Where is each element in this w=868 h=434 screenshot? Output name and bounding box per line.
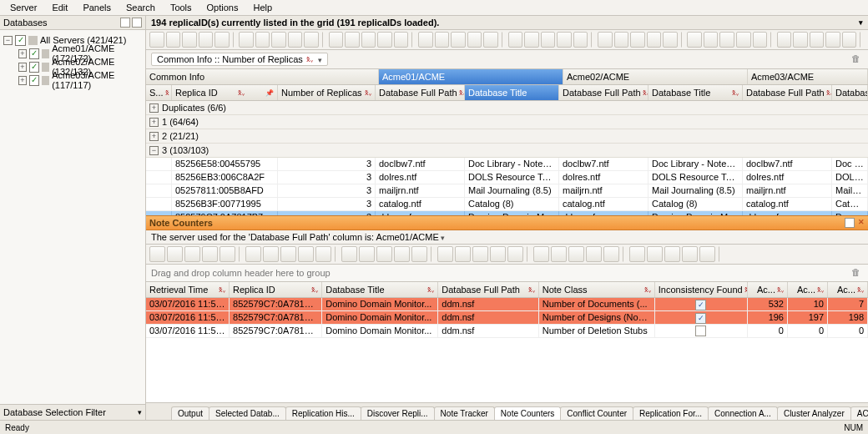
col-title-2[interactable]: Database Titlex̃ᵥ [648, 85, 743, 100]
toolbar-button[interactable] [329, 32, 344, 48]
filter-fx-icon[interactable]: x̃ᵥ [306, 56, 313, 63]
toolbar-button[interactable] [472, 246, 488, 262]
toolbar-button[interactable] [573, 32, 588, 48]
nc-server-link[interactable]: Acme01/ACME [376, 232, 445, 242]
toolbar-button[interactable] [630, 32, 645, 48]
trash-icon[interactable] [851, 267, 863, 279]
toolbar-button[interactable] [551, 246, 567, 262]
expand-icon[interactable]: + [149, 132, 159, 141]
toolbar-button[interactable] [507, 246, 523, 262]
toolbar-button[interactable] [682, 246, 698, 262]
toolbar-button[interactable] [455, 246, 471, 262]
nc-col-class[interactable]: Note Classx̃ᵥ [539, 282, 655, 297]
checkbox-icon[interactable]: ✓ [29, 48, 39, 59]
toolbar-button[interactable] [467, 32, 482, 48]
toolbar-button[interactable] [647, 246, 663, 262]
expand-icon[interactable]: + [18, 76, 27, 85]
band-acme02[interactable]: Acme02/ACME [563, 69, 748, 84]
nc-col-path[interactable]: Database Full Pathx̃ᵥ [438, 282, 538, 297]
toolbar-button[interactable] [418, 32, 433, 48]
toolbar-button[interactable] [149, 246, 165, 262]
table-row[interactable]: 85256E58:004557953doclbw7.ntfDoc Library… [146, 158, 868, 171]
note-counters-header[interactable]: Note Counters ✕ [146, 215, 868, 230]
toolbar-button[interactable] [199, 32, 214, 48]
expand-icon[interactable]: + [149, 103, 159, 113]
toolbar-button[interactable] [255, 32, 270, 48]
toolbar-button[interactable] [280, 246, 296, 262]
tab-discover-repli-[interactable]: Discover Repli... [361, 406, 435, 420]
menu-options[interactable]: Options [200, 2, 245, 13]
tab-replication-his-[interactable]: Replication His... [285, 406, 361, 420]
table-row[interactable]: 85256B3F:007719953catalog.ntfCatalog (8)… [146, 198, 868, 211]
table-row[interactable]: 03/07/2016 11:58:...852579C7:0A7817B7Dom… [146, 325, 868, 338]
toolbar-button[interactable] [304, 32, 319, 48]
trash-icon[interactable] [851, 53, 863, 65]
expand-icon[interactable]: + [18, 49, 27, 58]
col-fullpath-3[interactable]: Database Full Pathx̃ᵥ [743, 85, 832, 100]
database-selection-filter[interactable]: Database Selection Filter ▾ [0, 404, 145, 420]
toolbar-button[interactable] [647, 32, 662, 48]
toolbar-button[interactable] [753, 32, 768, 48]
toolbar-button[interactable] [411, 246, 427, 262]
menu-panels[interactable]: Panels [76, 2, 118, 13]
toolbar-button[interactable] [245, 246, 261, 262]
toolbar-button[interactable] [149, 32, 164, 48]
tab-selected-datab-[interactable]: Selected Datab... [209, 406, 286, 420]
expand-icon[interactable]: + [149, 118, 159, 127]
nc-close-icon[interactable]: ✕ [858, 218, 865, 228]
menu-edit[interactable]: Edit [45, 2, 74, 13]
toolbar-button[interactable] [298, 246, 314, 262]
toolbar-button[interactable] [777, 32, 792, 48]
grid-body[interactable]: +Duplicates (6/6)+1 (64/64)+2 (21/21)−3 … [146, 101, 868, 215]
toolbar-button[interactable] [167, 246, 183, 262]
pane-pin-icon[interactable] [120, 18, 130, 28]
tab-output[interactable]: Output [171, 406, 209, 420]
active-filter[interactable]: Common Info :: Number of Replicas x̃ᵥ [151, 53, 328, 66]
toolbar-button[interactable] [166, 32, 181, 48]
col-replicaid[interactable]: Replica IDx̃ᵥ📌 [172, 85, 278, 100]
nc-col-a[interactable]: Ac...x̃ᵥ [748, 282, 788, 297]
group-row[interactable]: −3 (103/103) [146, 144, 868, 158]
toolbar-button[interactable] [825, 32, 840, 48]
chevron-down-icon[interactable]: ▾ [859, 18, 863, 27]
server-tree[interactable]: − ✓ All Servers (421/421) + ✓ Acme01/ACM… [0, 30, 145, 404]
toolbar-button[interactable] [341, 246, 357, 262]
toolbar-button[interactable] [483, 32, 498, 48]
toolbar-button[interactable] [508, 32, 523, 48]
nc-pin-icon[interactable] [845, 218, 855, 228]
expand-icon[interactable]: + [18, 63, 27, 72]
table-row[interactable]: 03/07/2016 11:58:...852579C7:0A7817B7Dom… [146, 298, 868, 311]
toolbar-button[interactable] [263, 246, 279, 262]
pane-close-icon[interactable] [132, 18, 142, 28]
toolbar-button[interactable] [614, 32, 629, 48]
col-fullpath-1[interactable]: Database Full Pathx̃ᵥ [376, 85, 465, 100]
collapse-icon[interactable]: − [3, 36, 13, 45]
nc-group-drop[interactable]: Drag and drop column header here to grou… [146, 265, 868, 282]
tab-acl-comparat-[interactable]: ACL Comparat... [850, 406, 868, 420]
chevron-down-icon[interactable]: ▾ [138, 408, 142, 416]
menu-server[interactable]: Server [3, 2, 43, 13]
toolbar-button[interactable] [376, 246, 392, 262]
nc-col-b[interactable]: Ac...x̃ᵥ [788, 282, 828, 297]
toolbar-button[interactable] [435, 32, 450, 48]
toolbar-button[interactable] [437, 246, 453, 262]
menu-tools[interactable]: Tools [164, 2, 199, 13]
toolbar-button[interactable] [361, 32, 376, 48]
expand-icon[interactable]: − [149, 146, 159, 155]
band-acme03[interactable]: Acme03/ACME [748, 69, 868, 84]
toolbar-button[interactable] [586, 246, 602, 262]
tab-cluster-analyzer[interactable]: Cluster Analyzer [777, 406, 851, 420]
toolbar-button[interactable] [182, 32, 197, 48]
toolbar-button[interactable] [842, 32, 857, 48]
toolbar-button[interactable] [603, 246, 619, 262]
group-row[interactable]: +2 (21/21) [146, 129, 868, 144]
checkbox-icon[interactable]: ✓ [29, 62, 39, 73]
toolbar-button[interactable] [490, 246, 506, 262]
band-acme01[interactable]: Acme01/ACME [379, 69, 563, 84]
toolbar-button[interactable] [687, 32, 702, 48]
nc-col-c[interactable]: Ac...x̃ᵥ [828, 282, 868, 297]
tab-conflict-counter[interactable]: Conflict Counter [560, 406, 633, 420]
toolbar-button[interactable] [451, 32, 466, 48]
toolbar-button[interactable] [220, 246, 235, 262]
toolbar-button[interactable] [524, 32, 539, 48]
